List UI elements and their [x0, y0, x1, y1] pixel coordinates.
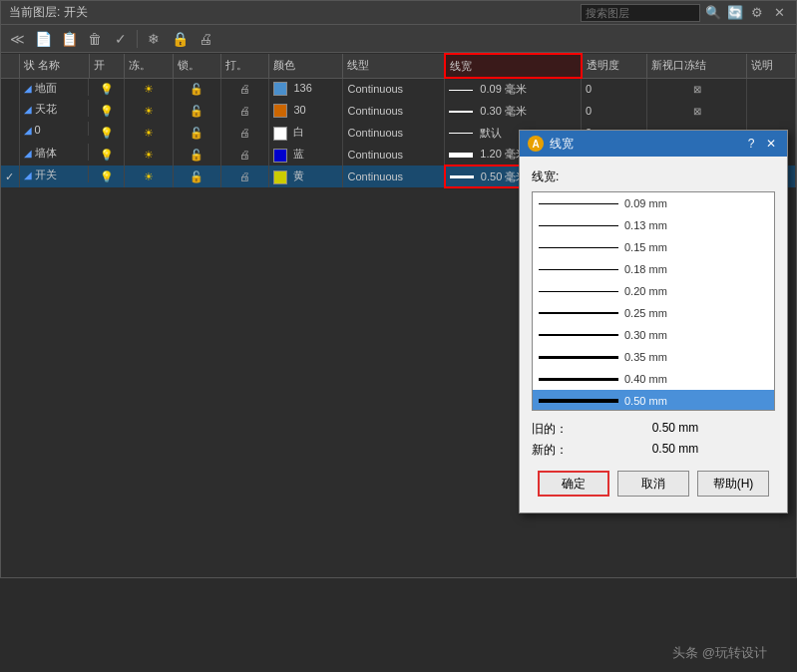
row-name[interactable]: ◢ 0: [20, 122, 90, 136]
lineweight-item[interactable]: 0.13 mm: [533, 214, 774, 236]
lineweight-item[interactable]: 0.20 mm: [533, 280, 774, 302]
toolbar-print-btn[interactable]: 🖨: [194, 28, 217, 50]
col-name[interactable]: 状 名称: [19, 54, 89, 78]
col-linetype[interactable]: 线型: [343, 54, 445, 78]
col-desc[interactable]: 说明: [747, 54, 796, 78]
ok-button[interactable]: 确定: [538, 471, 609, 497]
lineweight-item[interactable]: 0.09 mm: [533, 192, 774, 214]
row-lock[interactable]: 🔓: [173, 78, 220, 100]
row-name[interactable]: ◢ 地面: [20, 79, 90, 96]
toolbar-current-btn[interactable]: ✓: [109, 28, 133, 50]
lineweight-item[interactable]: 0.30 mm: [533, 324, 774, 346]
row-name[interactable]: ◢ 天花: [20, 100, 90, 117]
row-linetype[interactable]: Continuous: [343, 144, 445, 166]
col-vp-freeze[interactable]: 新视口冻结: [647, 54, 747, 78]
row-freeze[interactable]: ☀: [125, 100, 173, 122]
row-plot[interactable]: 🖨: [220, 144, 268, 166]
lineweight-item[interactable]: 0.40 mm: [533, 368, 774, 390]
lw-value-text: 0.40 mm: [624, 373, 667, 385]
print-icon: 🖨: [239, 127, 250, 139]
lock-icon: 🔓: [190, 83, 203, 95]
row-lock[interactable]: 🔓: [173, 166, 220, 187]
row-plot[interactable]: 🖨: [220, 78, 268, 100]
on-icon: 💡: [100, 83, 114, 95]
toolbar-freeze-btn[interactable]: ❄: [142, 28, 166, 50]
dialog-close-icon-btn[interactable]: ✕: [763, 136, 779, 152]
dialog-body: 线宽: 0.09 mm 0.13 mm 0.15 mm 0.18 mm 0.20…: [520, 157, 787, 512]
row-vp-freeze[interactable]: ⊠: [647, 78, 747, 100]
help-button[interactable]: 帮助(H): [697, 471, 769, 497]
row-on[interactable]: 💡: [89, 144, 124, 166]
print-icon: 🖨: [239, 105, 250, 117]
table-row[interactable]: ◢ 天花 💡 ☀ 🔓 🖨 30 Continuous 0.30 毫: [1, 100, 796, 122]
color-text: 136: [293, 82, 311, 94]
col-plot[interactable]: 打。: [220, 54, 268, 78]
row-freeze[interactable]: ☀: [125, 166, 173, 187]
lw-preview: [449, 133, 473, 134]
col-freeze[interactable]: 冻。: [125, 54, 173, 78]
toolbar-new-layer2-btn[interactable]: 📋: [57, 28, 81, 50]
lw-line-preview: [539, 356, 618, 359]
settings-icon-btn[interactable]: ⚙: [748, 4, 766, 22]
layer-name-text: 天花: [35, 102, 57, 117]
row-vp-freeze[interactable]: ⊠: [647, 100, 747, 122]
row-name[interactable]: ◢ 开关: [20, 166, 90, 182]
row-on[interactable]: 💡: [89, 78, 124, 100]
table-row[interactable]: ◢ 地面 💡 ☀ 🔓 🖨 136 Continuous 0.09: [1, 78, 796, 100]
row-name[interactable]: ◢ 墙体: [20, 144, 90, 161]
row-on[interactable]: 💡: [89, 100, 124, 122]
refresh-icon-btn[interactable]: 🔄: [726, 4, 744, 22]
row-on[interactable]: 💡: [89, 166, 124, 187]
row-lock[interactable]: 🔓: [173, 144, 220, 166]
row-freeze[interactable]: ☀: [125, 144, 173, 166]
toolbar-collapse-btn[interactable]: ≪: [5, 28, 29, 50]
search-input[interactable]: [581, 4, 700, 22]
row-freeze[interactable]: ☀: [125, 78, 173, 100]
row-plot[interactable]: 🖨: [220, 122, 268, 144]
row-color[interactable]: 30: [269, 100, 343, 122]
toolbar-lock-btn[interactable]: 🔒: [168, 28, 192, 50]
sun-icon: ☀: [144, 170, 154, 182]
close-icon-btn[interactable]: ✕: [770, 4, 788, 22]
lw-value-text: 0.09 mm: [624, 197, 667, 209]
lineweight-item[interactable]: 0.15 mm: [533, 236, 774, 258]
layer-name-text: 地面: [35, 81, 57, 96]
toolbar-new-layer-btn[interactable]: 📄: [31, 28, 55, 50]
col-lineweight[interactable]: 线宽: [445, 54, 582, 78]
row-color[interactable]: 蓝: [269, 144, 343, 166]
row-plot[interactable]: 🖨: [220, 166, 268, 187]
row-freeze[interactable]: ☀: [125, 122, 173, 144]
on-icon: 💡: [100, 105, 114, 117]
lw-line-preview: [539, 247, 618, 248]
lock-icon: 🔓: [190, 170, 203, 182]
cancel-button[interactable]: 取消: [617, 471, 689, 497]
toolbar-delete-btn[interactable]: 🗑: [83, 28, 107, 50]
col-color[interactable]: 颜色: [269, 54, 343, 78]
lineweight-list[interactable]: 0.09 mm 0.13 mm 0.15 mm 0.18 mm 0.20 mm …: [532, 191, 775, 411]
row-check: [1, 78, 19, 100]
layer-icon: ◢: [24, 169, 32, 180]
row-lineweight[interactable]: 0.30 毫米: [445, 100, 582, 122]
search-icon-btn[interactable]: 🔍: [704, 4, 722, 22]
row-color[interactable]: 136: [269, 78, 343, 100]
row-lock[interactable]: 🔓: [173, 122, 220, 144]
row-lineweight[interactable]: 0.09 毫米: [445, 78, 582, 100]
row-linetype[interactable]: Continuous: [343, 166, 445, 187]
row-linetype[interactable]: Continuous: [343, 122, 445, 144]
lineweight-item[interactable]: 0.35 mm: [533, 346, 774, 368]
row-plot[interactable]: 🖨: [220, 100, 268, 122]
row-linetype[interactable]: Continuous: [343, 100, 445, 122]
row-color[interactable]: 白: [269, 122, 343, 144]
col-on[interactable]: 开: [89, 54, 124, 78]
col-lock[interactable]: 锁。: [173, 54, 220, 78]
row-on[interactable]: 💡: [89, 122, 124, 144]
lineweight-item[interactable]: 0.25 mm: [533, 302, 774, 324]
row-linetype[interactable]: Continuous: [343, 78, 445, 100]
lineweight-item[interactable]: 0.18 mm: [533, 258, 774, 280]
col-transparency[interactable]: 透明度: [582, 54, 647, 78]
row-color[interactable]: 黄: [269, 166, 343, 187]
dialog-help-icon-btn[interactable]: ?: [743, 136, 759, 152]
lineweight-item[interactable]: 0.50 mm: [533, 390, 774, 411]
row-lock[interactable]: 🔓: [173, 100, 220, 122]
on-icon: 💡: [100, 170, 114, 182]
